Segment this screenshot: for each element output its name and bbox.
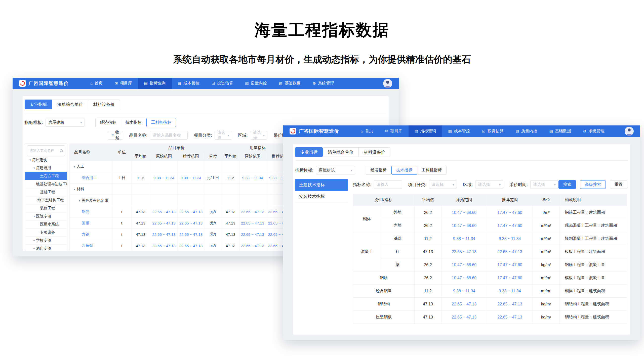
collapse-button[interactable]: ≡ 收起: [108, 131, 123, 140]
price-time-select[interactable]: 请选择 ▾: [530, 180, 558, 189]
nav-item-projects[interactable]: ✉项目库: [379, 125, 409, 137]
cell-original-range[interactable]: 10.47 ~ 68.60: [441, 272, 487, 285]
item-link[interactable]: 钢筋: [82, 209, 89, 214]
item-link[interactable]: 六角钢: [82, 243, 93, 248]
nav-item-cost-control[interactable]: ▦成本管控: [442, 125, 476, 137]
template-select[interactable]: 房屋建筑 ▾: [316, 166, 355, 174]
tree-item-housing[interactable]: ▾房屋建筑: [25, 156, 67, 164]
template-select[interactable]: 房屋建筑 ▾: [46, 118, 85, 127]
cell-recommended-range[interactable]: 22.65 ~ 47.13: [178, 217, 204, 229]
region-select[interactable]: 请选择 ▾: [475, 180, 503, 189]
nav-item-home[interactable]: ⌂首页: [84, 78, 109, 89]
tree-item-hotel[interactable]: ▸酒店专项: [25, 244, 67, 251]
cell-original-range[interactable]: 9.38 ~ 11.34: [441, 285, 487, 298]
tab-material-equipment-price[interactable]: 材料设备价: [88, 100, 120, 109]
cell-recommended-range[interactable]: 22.65 ~ 47.13: [178, 240, 204, 251]
tree-item-foundation[interactable]: 基础工程: [25, 188, 67, 196]
tree-item-hospital[interactable]: ▾医院专项: [25, 212, 67, 220]
nav-item-indicator-query[interactable]: ▤指标查询: [138, 78, 172, 89]
nav-item-base-data[interactable]: ▨基础数据: [543, 125, 577, 137]
tree-item-general-building[interactable]: ▾房建通用: [25, 164, 67, 172]
tree-item-special-equipment[interactable]: 专项设备: [25, 228, 67, 236]
segment-labor-material[interactable]: 工料机指标: [417, 166, 447, 175]
cell-recommended-range[interactable]: 17.47 ~ 47.60: [487, 206, 533, 219]
cell-original-range[interactable]: 9.38 ~ 11.34: [150, 172, 178, 184]
cell-recommended-range[interactable]: 22.65 ~ 47.13: [487, 298, 533, 311]
user-avatar[interactable]: [625, 127, 634, 136]
brand[interactable]: 广咨国际智慧造价: [290, 128, 339, 134]
tab-list-composite-price[interactable]: 清单综合单价: [52, 100, 88, 109]
tree-search-input[interactable]: 请输入专业名称: [27, 145, 65, 156]
item-name-input[interactable]: [150, 131, 188, 140]
nav-item-base-data[interactable]: ▨基础数据: [273, 78, 307, 89]
segment-economic[interactable]: 经济指标: [366, 166, 391, 175]
sidebar-item-civil-tech[interactable]: 土建技术指标: [295, 179, 348, 191]
tree-item-medical-water[interactable]: 医用水系统: [25, 220, 67, 228]
cell-original-range2[interactable]: 22.65 ~ 47.13: [239, 217, 266, 229]
sidebar-item-installation-tech[interactable]: 安装技术指标: [295, 191, 348, 202]
cell-recommended-range[interactable]: 22.65 ~ 47.13: [178, 229, 204, 240]
cell-original-range[interactable]: 9.38 ~ 11.34: [441, 232, 487, 245]
cell-original-range2[interactable]: 22.65 ~ 47.13: [239, 229, 266, 240]
tab-professional-indicators[interactable]: 专业指标: [295, 147, 323, 157]
segment-technical[interactable]: 技术指标: [391, 166, 417, 175]
cell-original-range[interactable]: 10.47 ~ 68.60: [441, 258, 487, 272]
tree-item-decoration[interactable]: 装修工程: [25, 204, 67, 212]
search-button[interactable]: 搜索: [558, 180, 576, 189]
indicator-name-input[interactable]: [374, 180, 402, 189]
cell-original-range[interactable]: 22.65 ~ 47.13: [150, 240, 178, 251]
tab-material-equipment-price[interactable]: 材料设备价: [359, 147, 390, 157]
item-link[interactable]: 方钢: [82, 232, 89, 236]
user-avatar[interactable]: [383, 79, 392, 88]
cell-original-range[interactable]: 22.65 ~ 47.13: [441, 245, 487, 258]
cell-recommended-range[interactable]: 17.47 ~ 47.60: [487, 258, 533, 272]
nav-item-system-mgmt[interactable]: ⚙系统管理: [307, 78, 340, 89]
nav-item-system-mgmt[interactable]: ⚙系统管理: [577, 125, 611, 137]
category-select[interactable]: 请选择 ▾: [429, 180, 457, 189]
cell-recommended-range[interactable]: 22.65 ~ 47.13: [178, 206, 204, 217]
nav-item-projects[interactable]: ✉项目库: [109, 78, 138, 89]
cell-original-range[interactable]: 10.47 ~ 68.60: [441, 206, 487, 219]
tree-item-school[interactable]: ▸学校专项: [25, 236, 67, 244]
cell-original-range[interactable]: 10.47 ~ 68.60: [441, 219, 487, 232]
cell-recommended-range[interactable]: 17.47 ~ 47.60: [487, 219, 533, 232]
nav-item-quality-control[interactable]: ▧质量内控: [509, 125, 543, 137]
cell-recommended-range[interactable]: 9.38 ~ 11.34: [487, 285, 533, 298]
nav-item-indicator-query[interactable]: ▤指标查询: [409, 125, 442, 137]
cell-recommended-range[interactable]: 22.65 ~ 47.13: [487, 311, 533, 324]
caret-down-icon: ▾: [351, 168, 352, 172]
cell-original-range[interactable]: 22.65 ~ 47.13: [441, 298, 487, 311]
cell-original-range2[interactable]: 22.65 ~ 47.13: [239, 240, 266, 251]
tree-item-foundation-treatment[interactable]: 地基处理与边坡工程: [25, 180, 67, 188]
cell-recommended-range[interactable]: 9.38 ~ 11.34: [178, 172, 204, 184]
cell-recommended-range[interactable]: 17.47 ~ 47.60: [487, 272, 533, 285]
cell-original-range[interactable]: 22.65 ~ 47.13: [150, 229, 178, 240]
cell-original-range[interactable]: 22.65 ~ 47.13: [150, 217, 178, 229]
brand[interactable]: 广咨国际智慧造价: [19, 80, 69, 87]
tree-item-basement-structure[interactable]: 地下室结构工程: [25, 196, 67, 204]
segment-labor-material[interactable]: 工料机指标: [146, 118, 176, 127]
segment-technical[interactable]: 技术指标: [121, 118, 146, 127]
category-select[interactable]: 请选择 ▾: [215, 131, 232, 140]
nav-item-quality-control[interactable]: ▧质量内控: [239, 78, 273, 89]
tab-professional-indicators[interactable]: 专业指标: [25, 100, 52, 109]
tab-list-composite-price[interactable]: 清单综合单价: [323, 147, 359, 157]
region-select[interactable]: 请选择 ▾: [250, 131, 267, 140]
item-link[interactable]: 圆钢: [82, 221, 89, 225]
segment-economic[interactable]: 经济指标: [95, 118, 121, 127]
advanced-search-button[interactable]: 高级搜索: [580, 180, 606, 189]
cell-original-range[interactable]: 22.65 ~ 47.13: [150, 206, 178, 217]
cell-original-range2[interactable]: 9.38 ~ 11.34: [239, 172, 266, 184]
item-link[interactable]: 综合用工: [82, 175, 97, 180]
nav-item-home[interactable]: ⌂首页: [355, 125, 379, 137]
tree-item-earthwork[interactable]: 土石方工程: [25, 172, 67, 180]
nav-item-cost-control[interactable]: ▦成本管控: [172, 78, 206, 89]
cell-recommended-range[interactable]: 22.65 ~ 47.13: [487, 245, 533, 258]
cell-original-range[interactable]: 22.65 ~ 47.13: [441, 311, 487, 324]
cell-original-range2[interactable]: 22.65 ~ 47.13: [239, 206, 266, 217]
reset-button[interactable]: 重置: [610, 180, 627, 189]
nav-item-investment-estimate[interactable]: ☑投资估算: [206, 78, 239, 89]
cell-recommended-range[interactable]: 9.38 ~ 11.34: [487, 232, 533, 245]
nav-item-investment-estimate[interactable]: ☑投资估算: [476, 125, 509, 137]
group-label: 材料: [77, 187, 84, 191]
